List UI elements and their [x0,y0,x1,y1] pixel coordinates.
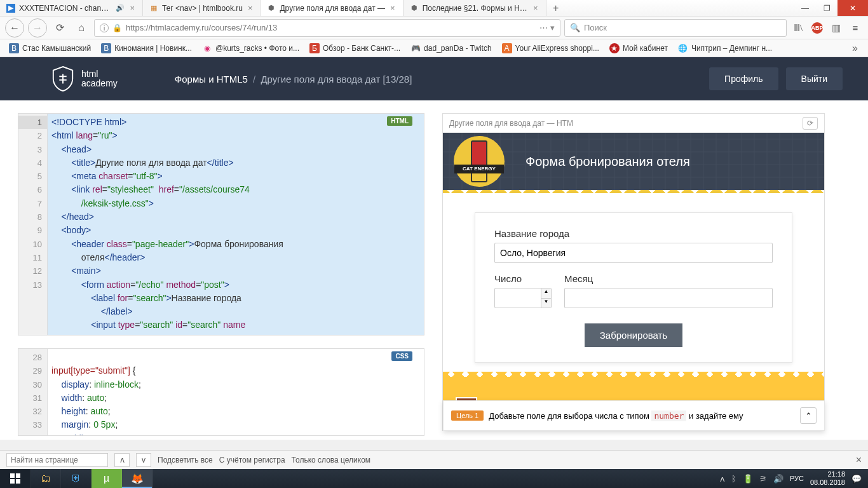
library-icon[interactable]: Ⅲ\ [790,20,806,36]
sidebar-icon[interactable]: ▥ [829,20,844,36]
booking-card: Название города Число ▲▼ Месяц [475,212,792,363]
browser-toolbar: ← → ⟳ ⌂ i 🔒 https://htmlacademy.ru/cours… [0,17,868,39]
play-icon: ▶ [6,4,15,13]
bookmark-item[interactable]: ★Мой кабинет [606,42,672,55]
content-area: HTML 1 2 3 4 5 6 7 8 9 10 11 12 13 <!DOC… [0,100,868,440]
cat-energy-logo: CAT ENERGY [451,133,508,190]
css-editor[interactable]: CSS 28 29 30 31 32 33 34 input[type="sub… [18,348,424,436]
city-input[interactable] [494,243,773,263]
network-icon[interactable]: ⚞ [759,474,767,484]
notifications-icon[interactable]: 💬 [851,474,862,484]
close-icon[interactable]: × [856,454,862,466]
back-button[interactable]: ← [5,18,24,37]
bookmark-item[interactable]: БОбзор - Банк Санкт-... [306,42,404,55]
menu-icon[interactable]: ≡ [848,20,863,36]
goal-badge: Цель 1 [451,410,484,421]
exit-button[interactable]: Выйти [786,67,843,90]
sound-icon[interactable]: 🔊 [116,4,125,12]
battery-icon[interactable]: 🔋 [743,474,753,484]
breadcrumb-root[interactable]: Формы и HTML5 [175,74,248,85]
firefox-icon[interactable]: 🦊 [122,469,153,488]
preview-column: Другие поля для ввода дат — HTM ⟳ CAT EN… [424,100,868,440]
submit-button[interactable]: Забронировать [585,323,683,347]
bookmark-item[interactable]: BСтас Камышанский [5,42,95,55]
maximize-button[interactable]: ❐ [816,0,837,16]
editor-badge-html: HTML [387,116,412,126]
code-area[interactable]: <!DOCTYPE html> <html lang="ru"> <head> … [48,114,424,335]
bookmarks-overflow-button[interactable]: » [847,43,863,54]
tab-label: XXXTENTACION - changes [19,4,112,13]
browser-tab-1[interactable]: ▦ Тег <nav> | htmlbook.ru × [143,0,261,16]
system-tray: ʌ ᛒ 🔋 ⚞ 🔊 РУС 21:1808.08.2018 💬 [714,469,868,488]
browser-tab-0[interactable]: ▶ XXXTENTACION - changes 🔊 × [0,0,143,16]
line-gutter: 28 29 30 31 32 33 34 [18,349,48,435]
home-button[interactable]: ⌂ [72,19,90,37]
editors-column: HTML 1 2 3 4 5 6 7 8 9 10 11 12 13 <!DOC… [0,100,424,440]
html-editor[interactable]: HTML 1 2 3 4 5 6 7 8 9 10 11 12 13 <!DOC… [18,113,424,336]
forward-button[interactable]: → [28,18,47,37]
code-area[interactable]: input[type="submit"] { display: inline-b… [48,349,424,435]
close-icon[interactable]: × [532,3,539,13]
volume-icon[interactable]: 🔊 [773,474,783,484]
breadcrumb: Формы и HTML5 / Другие поля для ввода да… [175,74,412,85]
adblock-icon[interactable]: ABP [810,20,825,36]
close-icon[interactable]: × [128,3,136,13]
profile-button[interactable]: Профиль [709,67,778,90]
bluetooth-icon[interactable]: ᛒ [731,474,736,484]
explorer-icon[interactable]: 🗂 [31,469,61,488]
browser-tab-3[interactable]: ⬢ Последние §21. Формы и HTM × [403,0,546,16]
favicon-icon: ▦ [149,4,158,13]
new-tab-button[interactable]: + [546,0,566,16]
number-input[interactable]: ▲▼ [494,288,552,308]
start-button[interactable] [0,469,31,488]
info-icon[interactable]: i [100,24,109,32]
minimize-button[interactable]: — [794,0,816,16]
browser-tabs: ▶ XXXTENTACION - changes 🔊 × ▦ Тег <nav>… [0,0,794,16]
tab-label: Тег <nav> | htmlbook.ru [162,4,243,13]
find-prev-button[interactable]: ʌ [114,453,130,467]
goal-text: Добавьте поле для выбора числа с типом n… [489,411,743,421]
defender-icon[interactable]: ⛨ [61,469,92,488]
window-controls: — ❐ ✕ [794,0,868,16]
bookmark-item[interactable]: AYour AliExpress shoppi... [498,42,603,55]
whole-words-option[interactable]: Только слова целиком [292,456,371,464]
step-down-icon[interactable]: ▼ [541,299,551,308]
preview-url-bar: Другие поля для ввода дат — HTM ⟳ [443,114,824,133]
close-icon[interactable]: × [247,3,254,13]
editor-badge-css: CSS [391,351,412,361]
bookmark-item[interactable]: ◉@kurts_racks • Фото и... [198,42,303,55]
taskbar: 🗂 ⛨ µ 🦊 ʌ ᛒ 🔋 ⚞ 🔊 РУС 21:1808.08.2018 💬 [0,469,868,488]
search-bar[interactable]: 🔍 Поиск [564,19,787,37]
browser-tab-2[interactable]: ⬢ Другие поля для ввода дат — × [261,0,403,16]
highlight-all-option[interactable]: Подсветить все [158,456,213,464]
close-icon[interactable]: × [389,3,397,13]
app-header: htmlacademy Формы и HTML5 / Другие поля … [0,57,868,100]
close-window-button[interactable]: ✕ [837,0,868,16]
utorrent-icon[interactable]: µ [92,469,122,488]
find-bar: ʌ v Подсветить все С учётом регистра Тол… [0,450,868,469]
find-input[interactable] [6,453,108,467]
svg-rect-1 [16,473,20,478]
step-up-icon[interactable]: ▲ [541,288,551,299]
tab-label: Другие поля для ввода дат — [280,4,385,13]
bookmark-item[interactable]: 🎮dad_panDa - Twitch [407,42,496,55]
goal-strip: Цель 1 Добавьте поле для выбора числа с … [443,400,825,431]
logo[interactable]: htmlacademy [51,65,118,92]
reload-button[interactable]: ⟳ [51,19,69,37]
tray-chevron-icon[interactable]: ʌ [720,474,725,484]
reload-icon[interactable]: ⟳ [803,117,818,130]
find-next-button[interactable]: v [136,453,151,467]
month-input[interactable] [564,288,773,308]
url-text: https://htmlacademy.ru/courses/74/run/13 [126,23,277,32]
svg-rect-0 [10,473,15,478]
chevron-up-icon[interactable]: ⌃ [800,407,817,424]
bookmark-item[interactable]: 🌐Чиптрип – Демпинг н... [674,42,776,55]
line-gutter: 1 2 3 4 5 6 7 8 9 10 11 12 13 [18,114,48,335]
city-label: Название города [494,228,773,239]
address-bar[interactable]: i 🔒 https://htmlacademy.ru/courses/74/ru… [94,19,560,37]
clock[interactable]: 21:1808.08.2018 [810,470,845,486]
bookmark-item[interactable]: BКиномания | Новинк... [97,42,196,55]
dropdown-icon[interactable]: ⋯ ▾ [539,23,555,32]
language-indicator[interactable]: РУС [790,475,804,482]
match-case-option[interactable]: С учётом регистра [219,456,285,464]
